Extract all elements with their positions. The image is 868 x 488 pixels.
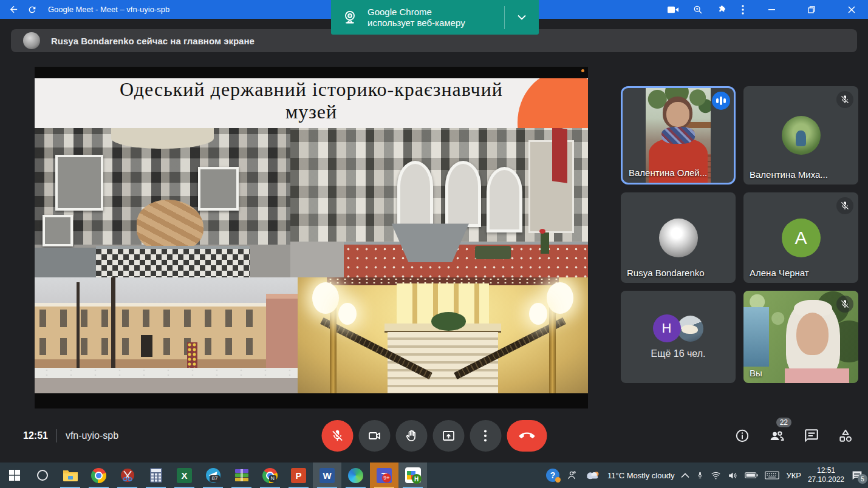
participant-letter-avatar: A [782,219,821,257]
participant-name: Валентина Олей... [629,168,707,178]
meeting-details-button[interactable] [734,428,750,444]
notification-count-badge: 5 [858,474,867,484]
slide-photo-grid [35,128,588,393]
chrome-profile-icon[interactable]: N [256,463,284,488]
mic-muted-icon [836,91,853,108]
touch-keyboard-tray-icon[interactable] [765,471,779,480]
participant-tile-valentina-mikha[interactable]: Валентина Миха... [743,86,858,185]
winrar-icon[interactable] [227,463,256,488]
presenting-banner-text: Rusya Bondarenko сейчас на главном экран… [51,36,255,46]
overflow-letter-avatar: H [653,314,681,342]
present-screen-button[interactable] [432,420,464,452]
action-center-button[interactable]: 5 [851,470,863,481]
zoom-icon[interactable] [693,5,703,15]
weather-icon[interactable] [584,469,601,481]
chrome-icon[interactable] [84,463,113,488]
overflow-photo-avatar [677,316,703,342]
participant-name: Валентина Миха... [750,169,828,180]
wifi-tray-icon[interactable] [711,471,721,480]
participant-count-badge: 22 [776,418,791,427]
overflow-participants-tile[interactable]: H Ещё 16 чел. [621,291,736,383]
participant-tile-valentina-oley[interactable]: Валентина Олей... [621,86,736,185]
participants-grid: Валентина Олей... Валентина Миха... Rusy… [621,86,858,388]
mic-muted-icon [836,197,853,214]
more-options-button[interactable] [470,420,501,452]
participant-avatar [782,116,821,155]
mic-tray-icon[interactable] [696,470,704,481]
slide-bottom-bar [35,393,588,408]
word-icon[interactable]: W [313,463,341,488]
google-meet-window: Google Meet - Meet – vfn-uyio-spb [0,0,868,488]
overflow-count-label: Ещё 16 чел. [651,348,706,359]
chrome-profile-badge: N [269,475,277,482]
volume-tray-icon[interactable] [728,471,738,480]
notification-expand-chevron-icon[interactable] [505,15,539,20]
battery-tray-icon[interactable] [745,472,758,479]
file-explorer-icon[interactable] [56,463,84,488]
extensions-icon[interactable] [717,5,727,15]
presentation-feed[interactable]: Одеський державний історико-краєзнавчий … [35,67,588,408]
slide-title-area: Одеський державний історико-краєзнавчий … [35,78,588,128]
teams-badge: 9+ [382,473,391,483]
tray-date: 27.10.2022 [808,475,844,484]
snipping-tool-icon[interactable] [113,463,142,488]
camera-in-use-notification[interactable]: Google Chrome использует веб-камеру [331,0,539,35]
powerpoint-icon[interactable]: P [284,463,313,488]
back-icon[interactable] [9,4,19,15]
chat-button[interactable] [804,428,819,444]
edge-icon[interactable] [341,463,370,488]
leave-call-button[interactable] [507,420,547,452]
photo-war-exhibit-left [35,128,290,277]
telegram-unread-badge: 87 [210,475,219,482]
weather-widget[interactable]: 11°C Mostly cloudy [607,471,674,480]
teams-icon[interactable]: T 9+ [370,463,398,488]
divider [56,429,57,442]
window-title: Google Meet - Meet – vfn-uyio-spb [48,5,169,14]
meeting-code: vfn-uyio-spb [66,430,118,441]
meet-taskbar-icon[interactable]: H [398,463,427,488]
telegram-icon[interactable]: 87 [199,463,227,488]
cortana-button[interactable] [29,463,56,488]
participants-button[interactable]: 22 [768,427,785,444]
photo-grand-staircase [298,277,588,393]
start-button[interactable] [0,463,29,488]
browser-menu-icon[interactable] [742,5,744,15]
tray-time: 12:51 [817,466,835,475]
slide-top-bar [35,67,588,78]
minimize-button[interactable] [759,0,784,19]
slide-title-line2: музей [35,101,588,123]
self-view-tile[interactable]: Вы [743,291,858,383]
notification-app-name: Google Chrome [367,7,465,18]
raise-hand-button[interactable] [395,420,427,452]
meeting-clock: 12:51 [23,430,48,441]
language-indicator[interactable]: УКР [786,471,801,480]
close-button[interactable] [839,0,864,19]
mic-toggle-button[interactable] [321,420,353,452]
reload-icon[interactable] [27,5,37,15]
webcam-icon [341,8,359,27]
participant-avatar [659,219,698,257]
tray-chevron-up-icon[interactable] [681,473,689,478]
weather-temp: 11°C [607,471,624,480]
camera-toggle-button[interactable] [358,420,390,452]
participant-name: Rusya Bondarenko [627,268,705,278]
photo-museum-exterior [35,277,298,393]
restore-button[interactable] [799,0,824,19]
excel-icon[interactable]: X [170,463,199,488]
participant-tile-alena-chernat[interactable]: A Алена Чернат [743,192,858,283]
slide-title-line1: Одеський державний історико-краєзнавчий [35,78,588,101]
presenter-avatar [23,32,40,49]
calculator-icon[interactable] [142,463,170,488]
tray-clock[interactable]: 12:51 27.10.2022 [808,466,844,484]
help-tray-icon[interactable]: ? [546,469,559,482]
self-label: Вы [750,368,762,378]
windows-taskbar: X 87 N P W T 9+ [0,463,868,488]
notification-message: использует веб-камеру [367,18,465,29]
mic-muted-icon [836,296,853,313]
participant-name: Алена Чернат [750,268,809,278]
people-tray-icon[interactable] [566,470,577,481]
activities-button[interactable] [838,428,853,444]
meet-control-bar: 12:51 vfn-uyio-spb [0,408,868,463]
camera-permission-icon[interactable] [668,5,678,14]
participant-tile-rusya-bondarenko[interactable]: Rusya Bondarenko [621,192,736,283]
